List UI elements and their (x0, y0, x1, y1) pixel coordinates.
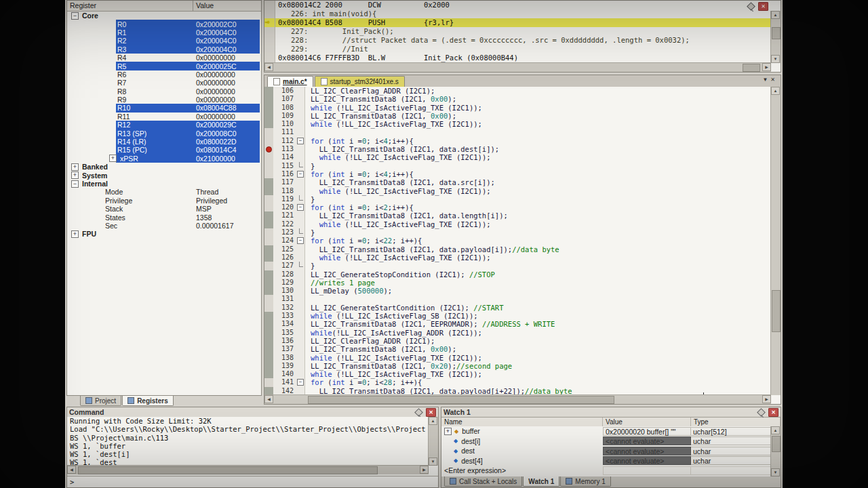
tab-project[interactable]: Project (80, 396, 121, 406)
scroll-left-icon[interactable]: ◀ (264, 63, 273, 71)
watch-row-buffer[interactable]: +◆buffer0x20000020 buffer[] ""uchar[512] (441, 426, 771, 436)
tab-call-stack-locals[interactable]: Call Stack + Locals (444, 476, 522, 487)
scroll-down-icon[interactable]: ▼ (771, 55, 780, 63)
editor-line[interactable]: 111 (264, 128, 771, 136)
editor-line[interactable]: 122 while (!LL_I2C_IsActiveFlag_TXE (I2C… (264, 220, 771, 228)
editor-line[interactable]: 133while (!LL_I2C_IsActiveFlag_SB (I2C1)… (264, 312, 771, 320)
fold-collapse-icon[interactable]: − (297, 138, 304, 144)
expander-plus-icon[interactable]: + (71, 171, 79, 179)
scroll-left-icon[interactable]: ◀ (264, 395, 273, 403)
editor-line[interactable]: 115} (264, 162, 771, 170)
scrollbar-thumb[interactable] (78, 466, 378, 474)
register-row-r9[interactable]: R90x00000000 (67, 96, 261, 104)
breakpoint-icon[interactable] (266, 146, 272, 152)
command-hscrollbar[interactable]: ◀ ▶ (67, 465, 429, 474)
register-row-core[interactable]: −Core (67, 12, 261, 20)
close-icon[interactable]: ✕ (758, 2, 768, 11)
editor-line[interactable]: 132LL_I2C_GenerateStartCondition (I2C1);… (264, 304, 771, 312)
editor-body[interactable]: 106LL_I2C_ClearFlag_ADDR (I2C1);107LL_I2… (264, 87, 771, 395)
scrollbar-thumb[interactable] (308, 396, 614, 404)
editor-line[interactable]: 139LL_I2C_TransmitData8 (I2C1, 0x20);//s… (264, 362, 771, 370)
file-tab-startup-stm32f401xe-s[interactable]: startup_stm32f401xe.s (315, 76, 405, 87)
tab-registers[interactable]: Registers (122, 396, 174, 406)
tab-menu-icon[interactable]: ▼ (762, 77, 770, 83)
editor-line[interactable]: 121 LL_I2C_TransmitData8 (I2C1, data.len… (264, 211, 771, 220)
register-row-r7[interactable]: R70x00000000 (67, 79, 261, 87)
register-row-r5[interactable]: R50x2000025C (67, 62, 261, 70)
register-row-r0[interactable]: R00x200002C0 (67, 20, 261, 28)
register-row-system[interactable]: +System (67, 171, 261, 179)
register-row-internal[interactable]: −Internal (67, 180, 261, 188)
editor-line[interactable]: 129//writes 1 page (264, 279, 771, 287)
pin-icon[interactable] (757, 408, 766, 417)
editor-line[interactable]: 141−for (int i =0; i<28; i++){ (264, 378, 771, 386)
scroll-up-icon[interactable]: ▲ (771, 87, 780, 95)
fold-collapse-icon[interactable]: − (297, 204, 304, 211)
watch-row-dest-4[interactable]: ◆dest[4]<cannot evaluate>uchar (441, 456, 771, 466)
register-row-r3[interactable]: R30x200004C0 (67, 45, 261, 54)
register-row-r10[interactable]: R100x08004C88 (67, 104, 261, 112)
disasm-line[interactable]: 229: //Init (264, 45, 771, 54)
register-row-xpsr[interactable]: +xPSR0x21000000 (67, 155, 261, 163)
register-row-r6[interactable]: R60x00000000 (67, 70, 261, 79)
register-row-r11[interactable]: R110x00000000 (67, 113, 261, 121)
fold-collapse-icon[interactable]: − (297, 237, 304, 244)
close-icon[interactable]: ✕ (768, 408, 778, 417)
register-row-r14-lr[interactable]: R14 (LR)0x0800022D (67, 138, 261, 146)
editor-line[interactable]: 140while (!LL_I2C_IsActiveFlag_TXE (I2C1… (264, 370, 771, 378)
register-row-sec[interactable]: Sec0.00001617 (67, 222, 261, 230)
disasm-line[interactable]: 228: //struct Packet data = (.dest = 0xc… (264, 36, 771, 45)
editor-line[interactable]: 127} (264, 262, 771, 270)
editor-line[interactable]: 110while (!LL_I2C_IsActiveFlag_TXE (I2C1… (264, 120, 771, 128)
editor-line[interactable]: 128LL_I2C_GenerateStopCondition (I2C1); … (264, 270, 771, 279)
command-vscrollbar[interactable]: ▲ ▼ (428, 417, 438, 466)
tab-close-icon[interactable]: ✕ (770, 77, 778, 83)
editor-line[interactable]: 135while(!LL_I2C_IsActiveFlag_ADDR (I2C1… (264, 329, 771, 337)
register-row-r12[interactable]: R120x2000029C (67, 121, 261, 129)
pin-icon[interactable] (414, 408, 423, 417)
disassembly-body[interactable]: 0x080014C2 2000 DCW 0x2000 226: int main… (264, 1, 771, 63)
scroll-down-icon[interactable]: ▼ (771, 468, 780, 476)
editor-line[interactable]: 126 while (!LL_I2C_IsActiveFlag_TXE (I2C… (264, 253, 771, 262)
scrollbar-thumb[interactable] (743, 64, 760, 72)
scroll-right-icon[interactable]: ▶ (762, 63, 771, 71)
register-row-mode[interactable]: ModeThread (67, 188, 261, 196)
register-row-r15-pc[interactable]: R15 (PC)0x080014C4 (67, 146, 261, 154)
watch-vscrollbar[interactable]: ▲ ▼ (770, 426, 781, 476)
tab-memory-1[interactable]: Memory 1 (560, 476, 610, 487)
editor-line[interactable]: 106LL_I2C_ClearFlag_ADDR (I2C1); (264, 87, 771, 95)
register-row-r8[interactable]: R80x00000000 (67, 87, 261, 96)
editor-line[interactable]: 131 (264, 295, 771, 303)
editor-line[interactable]: 123} (264, 228, 771, 237)
expander-minus-icon[interactable]: − (71, 180, 79, 188)
register-row-states[interactable]: States1358 (67, 213, 261, 221)
disassembly-hscrollbar[interactable]: ◀ ▶ (264, 62, 771, 72)
register-row-r13-sp[interactable]: R13 (SP)0x200008C0 (67, 129, 261, 137)
disassembly-vscrollbar[interactable]: ▲ ▼ (770, 11, 781, 63)
disasm-line[interactable]: →0x080014C4 B508 PUSH {r3,lr} (264, 18, 771, 27)
command-output[interactable]: Running with Code Size Limit: 32KLoad "C… (67, 417, 429, 467)
register-row-privilege[interactable]: PrivilegePrivileged (67, 197, 261, 205)
editor-line[interactable]: 107LL_I2C_TransmitData8 (I2C1, 0x00); (264, 95, 771, 103)
fold-collapse-icon[interactable]: − (297, 171, 304, 178)
scroll-right-icon[interactable]: ▶ (762, 395, 771, 403)
editor-line[interactable]: 109LL_I2C_TransmitData8 (I2C1, 0x00); (264, 112, 771, 120)
scroll-left-icon[interactable]: ◀ (67, 466, 76, 474)
editor-line[interactable]: 118 while (!LL_I2C_IsActiveFlag_TXE (I2C… (264, 187, 771, 195)
watch-row-dest[interactable]: ◆dest<cannot evaluate>uchar (441, 446, 771, 456)
editor-line[interactable]: 117 LL_I2C_TransmitData8 (I2C1, data.src… (264, 178, 771, 186)
editor-line[interactable]: 138while (!LL_I2C_IsActiveFlag_TXE (I2C1… (264, 354, 771, 362)
expander-plus-icon[interactable]: + (109, 155, 117, 162)
disasm-line[interactable]: 227: Init_Pack(); (264, 27, 771, 36)
register-row-banked[interactable]: +Banked (67, 163, 261, 171)
editor-line[interactable]: 112−for (int i =0; i<4;i++){ (264, 137, 771, 145)
expander-plus-icon[interactable]: + (71, 230, 79, 238)
close-icon[interactable]: ✕ (426, 408, 436, 417)
command-input[interactable]: > (67, 476, 438, 488)
expander-minus-icon[interactable]: − (71, 12, 79, 20)
register-row-r4[interactable]: R40x00000000 (67, 54, 261, 62)
editor-line[interactable]: 137LL_I2C_TransmitData8 (I2C1, 0x00); (264, 345, 771, 353)
watch-row-enter-expression[interactable]: <Enter expression> (441, 466, 771, 476)
register-row-stack[interactable]: StackMSP (67, 205, 261, 213)
editor-line[interactable]: 130LL_mDelay (500000); (264, 287, 771, 295)
